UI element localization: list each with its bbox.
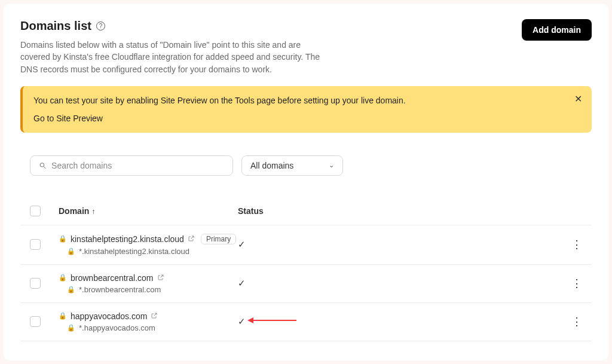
domain-filter-select[interactable]: All domains ⌄ xyxy=(241,155,343,176)
search-icon xyxy=(39,161,47,170)
lock-icon: 🔒 xyxy=(59,312,67,320)
chevron-down-icon: ⌄ xyxy=(329,161,334,169)
domain-name: brownbearcentral.com xyxy=(71,273,154,283)
table-row: 🔒brownbearcentral.com🔒*.brownbearcentral… xyxy=(20,265,592,303)
domains-table: Domain↑ Status 🔒kinstahelptesting2.kinst… xyxy=(20,200,592,341)
wildcard-domain: *.kinstahelptesting2.kinsta.cloud xyxy=(79,247,189,256)
row-checkbox[interactable] xyxy=(30,316,41,327)
svg-point-0 xyxy=(40,163,44,167)
row-checkbox[interactable] xyxy=(30,278,41,289)
add-domain-button[interactable]: Add domain xyxy=(522,19,592,41)
primary-badge: Primary xyxy=(201,234,236,244)
lock-icon: 🔒 xyxy=(67,286,75,293)
help-icon[interactable]: ? xyxy=(96,22,105,30)
external-link-icon[interactable] xyxy=(188,234,195,244)
column-header-domain[interactable]: Domain↑ xyxy=(59,206,238,216)
check-icon: ✓ xyxy=(238,316,246,326)
search-input-wrapper[interactable] xyxy=(30,155,233,176)
lock-icon: 🔒 xyxy=(59,274,67,282)
row-actions-button[interactable]: ⋮ xyxy=(571,238,582,251)
column-header-status[interactable]: Status xyxy=(238,206,546,216)
filter-label: All domains xyxy=(250,161,293,170)
sort-asc-icon: ↑ xyxy=(91,207,95,216)
banner-text: You can test your site by enabling Site … xyxy=(33,96,581,105)
external-link-icon[interactable] xyxy=(151,311,158,321)
status-cell: ✓ xyxy=(238,239,546,250)
row-checkbox[interactable] xyxy=(30,239,41,250)
select-all-checkbox[interactable] xyxy=(30,206,41,216)
row-actions-button[interactable]: ⋮ xyxy=(571,277,582,290)
site-preview-banner: ✕ You can test your site by enabling Sit… xyxy=(20,86,592,133)
domain-name: kinstahelptesting2.kinsta.cloud xyxy=(71,234,184,244)
external-link-icon[interactable] xyxy=(157,273,164,283)
status-cell: ✓ xyxy=(238,278,546,289)
table-row: 🔒happyavocados.com🔒*.happyavocados.com✓⋮ xyxy=(20,303,592,341)
go-to-site-preview-link[interactable]: Go to Site Preview xyxy=(33,114,581,123)
status-cell: ✓ xyxy=(238,316,546,327)
svg-line-1 xyxy=(44,167,45,169)
table-row: 🔒kinstahelptesting2.kinsta.cloudPrimary🔒… xyxy=(20,225,592,265)
check-icon: ✓ xyxy=(238,278,246,288)
lock-icon: 🔒 xyxy=(59,235,67,243)
check-icon: ✓ xyxy=(238,239,246,249)
search-input[interactable] xyxy=(51,161,224,170)
wildcard-domain: *.happyavocados.com xyxy=(79,323,155,332)
row-actions-button[interactable]: ⋮ xyxy=(571,315,582,328)
lock-icon: 🔒 xyxy=(67,324,75,332)
close-icon[interactable]: ✕ xyxy=(574,93,582,105)
page-subtitle: Domains listed below with a status of "D… xyxy=(20,39,331,75)
domain-name: happyavocados.com xyxy=(71,311,147,321)
annotation-arrow xyxy=(247,317,296,323)
wildcard-domain: *.brownbearcentral.com xyxy=(79,285,161,294)
lock-icon: 🔒 xyxy=(67,247,75,255)
page-title: Domains list xyxy=(20,19,91,33)
